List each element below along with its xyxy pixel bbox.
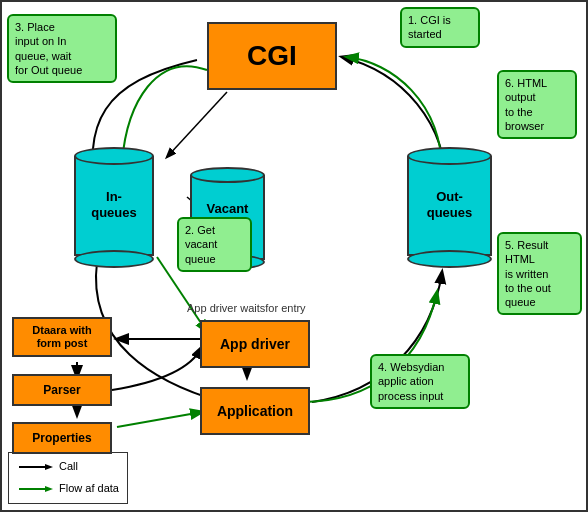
legend: Call Flow af data [8, 452, 128, 504]
dtaara-label: Dtaara with form post [32, 324, 91, 350]
cgi-box: CGI [207, 22, 337, 90]
svg-marker-9 [45, 464, 53, 470]
svg-line-5 [117, 412, 202, 427]
application-box: Application [200, 387, 310, 435]
callout1-text: 3. Place input on In queue, wait for Out… [15, 21, 82, 76]
callout-5: 5. Result HTML is written to the out que… [497, 232, 582, 315]
svg-marker-11 [45, 486, 53, 492]
callout-1: 3. Place input on In queue, wait for Out… [7, 14, 117, 83]
legend-call-arrow [17, 460, 53, 474]
callout-6: 6. HTML output to the browser [497, 70, 577, 139]
callout-3: 1. CGI is started [400, 7, 480, 48]
parser-label: Parser [43, 383, 80, 397]
callout-2: 2. Get vacant queue [177, 217, 252, 272]
in-queues-cylinder: In- queues [74, 147, 154, 268]
app-driver-label: App driver [220, 336, 290, 352]
callout-4: 4. Websydian applic ation process input [370, 354, 470, 409]
diagram: CGI In- queues Vacant queue Out- queues … [2, 2, 586, 510]
properties-label: Properties [32, 431, 91, 445]
properties-box: Properties [12, 422, 112, 454]
legend-call-label: Call [59, 457, 78, 477]
application-label: Application [217, 403, 293, 419]
callout2-text: 2. Get vacant queue [185, 224, 217, 265]
callout5-text: 5. Result HTML is written to the out que… [505, 239, 551, 308]
callout4-text: 6. HTML output to the browser [505, 77, 547, 132]
app-driver-wait-label: App driver waitsfor entry [187, 302, 306, 314]
legend-flow-arrow [17, 482, 53, 496]
svg-line-7 [167, 92, 227, 157]
legend-flow-label: Flow af data [59, 479, 119, 499]
callout6-text: 4. Websydian applic ation process input [378, 361, 444, 402]
dtaara-box: Dtaara with form post [12, 317, 112, 357]
parser-box: Parser [12, 374, 112, 406]
app-driver-box: App driver [200, 320, 310, 368]
in-queues-label: In- queues [91, 189, 137, 220]
cgi-label: CGI [247, 40, 297, 72]
out-queues-cylinder: Out- queues [407, 147, 492, 268]
callout3-text: 1. CGI is started [408, 14, 451, 40]
out-queues-label: Out- queues [427, 189, 473, 220]
